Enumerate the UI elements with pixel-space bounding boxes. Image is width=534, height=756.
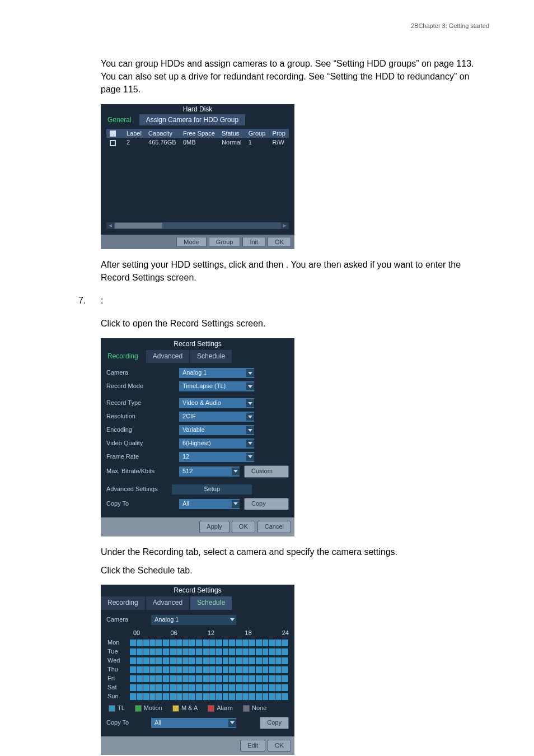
day-label-sat: Sat bbox=[106, 683, 130, 692]
field-record-type[interactable]: Video & Audio bbox=[179, 398, 254, 408]
label-copy-to: Copy To bbox=[106, 718, 151, 727]
schedule-row-mon: Mon bbox=[106, 639, 289, 647]
schedule-bar-wed[interactable] bbox=[130, 657, 289, 664]
schedule-bar-thu[interactable] bbox=[130, 666, 289, 673]
day-label-fri: Fri bbox=[106, 674, 130, 683]
apply-button[interactable]: Apply bbox=[199, 521, 229, 533]
window-title: Record Settings bbox=[101, 585, 294, 596]
paragraph-under-recording: Under the Recording tab, select a camera… bbox=[101, 545, 489, 558]
hdd-row[interactable]: 2 465.76GB 0MB Normal 1 R/W bbox=[106, 138, 289, 147]
tab-recording[interactable]: Recording bbox=[101, 350, 145, 363]
schedule-bar-sat[interactable] bbox=[130, 684, 289, 691]
col-status: Status bbox=[218, 129, 245, 138]
mode-button[interactable]: Mode bbox=[176, 237, 207, 247]
label-camera: Camera bbox=[106, 368, 179, 377]
field-max-bitrate[interactable]: 512 bbox=[179, 466, 240, 477]
field-resolution[interactable]: 2CIF bbox=[179, 412, 254, 422]
init-button[interactable]: Init bbox=[242, 237, 265, 247]
hour-18: 18 bbox=[245, 629, 251, 638]
group-button[interactable]: Group bbox=[209, 237, 241, 247]
chevron-down-icon[interactable] bbox=[228, 719, 236, 727]
schedule-bar-mon[interactable] bbox=[130, 640, 289, 646]
tab-advanced[interactable]: Advanced bbox=[146, 350, 189, 363]
col-group: Group bbox=[245, 129, 269, 138]
cell-capacity: 465.76GB bbox=[145, 138, 180, 147]
tab-schedule[interactable]: Schedule bbox=[190, 596, 232, 609]
schedule-row-wed: Wed bbox=[106, 657, 289, 665]
chevron-down-icon[interactable] bbox=[246, 453, 254, 461]
label-record-mode: Record Mode bbox=[106, 382, 179, 391]
field-camera[interactable]: Analog 1 bbox=[179, 368, 254, 378]
schedule-bar-sun[interactable] bbox=[130, 693, 289, 700]
col-label: Label bbox=[123, 129, 145, 138]
cell-status: Normal bbox=[218, 138, 245, 147]
paragraph-after-hdd: After setting your HDD settings, click a… bbox=[101, 258, 489, 284]
field-copy-to[interactable]: All bbox=[151, 718, 236, 728]
page-header: 2BChapter 3: Getting started bbox=[67, 22, 489, 29]
label-max-bitrate: Max. Bitrate/Kbits bbox=[106, 467, 179, 476]
ok-button[interactable]: OK bbox=[268, 740, 291, 752]
chevron-down-icon[interactable] bbox=[246, 399, 254, 407]
col-free-space: Free Space bbox=[180, 129, 218, 138]
legend-motion: Motion bbox=[144, 704, 162, 711]
ok-button[interactable]: OK bbox=[268, 237, 291, 247]
ok-button[interactable]: OK bbox=[232, 521, 255, 533]
label-encoding: Encoding bbox=[106, 426, 179, 435]
paragraph-click-open: Click to open the Record Settings screen… bbox=[101, 317, 489, 330]
screenshot-hard-disk: Hard Disk General Assign Camera for HDD … bbox=[101, 104, 294, 249]
legend-none-icon bbox=[243, 705, 250, 712]
legend-ma: M & A bbox=[181, 704, 198, 711]
chevron-down-icon[interactable] bbox=[246, 426, 254, 434]
horizontal-scrollbar[interactable]: ◄ ► bbox=[106, 222, 289, 229]
label-record-type: Record Type bbox=[106, 399, 179, 408]
schedule-row-sat: Sat bbox=[106, 684, 289, 692]
tab-advanced[interactable]: Advanced bbox=[146, 596, 189, 609]
scroll-arrow-right[interactable]: ► bbox=[281, 222, 289, 229]
day-label-wed: Wed bbox=[106, 656, 130, 665]
custom-button[interactable]: Custom bbox=[244, 465, 289, 478]
day-label-thu: Thu bbox=[106, 665, 130, 674]
field-copy-to[interactable]: All bbox=[179, 499, 240, 509]
tab-general[interactable]: General bbox=[101, 114, 138, 125]
scroll-arrow-left[interactable]: ◄ bbox=[106, 222, 114, 229]
chevron-down-icon[interactable] bbox=[246, 369, 254, 377]
paragraph-hdd-groups: You can group HDDs and assign cameras to… bbox=[101, 57, 489, 96]
schedule-bar-fri[interactable] bbox=[130, 675, 289, 682]
tab-assign-camera[interactable]: Assign Camera for HDD Group bbox=[139, 114, 245, 125]
setup-button[interactable]: Setup bbox=[172, 484, 252, 494]
field-frame-rate[interactable]: 12 bbox=[179, 452, 254, 462]
chevron-down-icon[interactable] bbox=[232, 500, 240, 508]
window-title: Record Settings bbox=[101, 338, 294, 350]
scroll-thumb[interactable] bbox=[115, 223, 162, 228]
schedule-row-tue: Tue bbox=[106, 648, 289, 656]
paragraph-click-schedule: Click the Schedule tab. bbox=[101, 564, 489, 577]
copy-button[interactable]: Copy bbox=[244, 498, 289, 510]
tab-recording[interactable]: Recording bbox=[101, 596, 145, 609]
schedule-bar-tue[interactable] bbox=[130, 648, 289, 655]
schedule-row-thu: Thu bbox=[106, 666, 289, 674]
tab-schedule[interactable]: Schedule bbox=[190, 350, 232, 363]
cell-label: 2 bbox=[123, 138, 145, 147]
field-camera[interactable]: Analog 1 bbox=[151, 615, 236, 625]
field-record-mode[interactable]: TimeLapse (TL) bbox=[179, 381, 254, 391]
checkbox-row[interactable] bbox=[110, 140, 116, 146]
cell-free: 0MB bbox=[180, 138, 218, 147]
chevron-down-icon[interactable] bbox=[228, 616, 236, 624]
chevron-down-icon[interactable] bbox=[232, 468, 240, 475]
chevron-down-icon[interactable] bbox=[246, 413, 254, 421]
label-video-quality: Video Quality bbox=[106, 439, 179, 448]
label-advanced-settings: Advanced Settings bbox=[106, 485, 172, 494]
cancel-button[interactable]: Cancel bbox=[257, 521, 291, 533]
hour-00: 00 bbox=[133, 629, 140, 638]
copy-button[interactable]: Copy bbox=[260, 717, 289, 729]
field-video-quality[interactable]: 6(Highest) bbox=[179, 438, 254, 449]
label-resolution: Resolution bbox=[106, 412, 179, 421]
chevron-down-icon[interactable] bbox=[246, 382, 254, 390]
edit-button[interactable]: Edit bbox=[240, 740, 265, 752]
legend-tl: TL bbox=[118, 704, 125, 711]
cell-prop: R/W bbox=[269, 138, 289, 147]
legend-ma-icon bbox=[172, 705, 179, 712]
checkbox-header[interactable] bbox=[110, 130, 116, 137]
field-encoding[interactable]: Variable bbox=[179, 425, 254, 435]
chevron-down-icon[interactable] bbox=[246, 440, 254, 447]
